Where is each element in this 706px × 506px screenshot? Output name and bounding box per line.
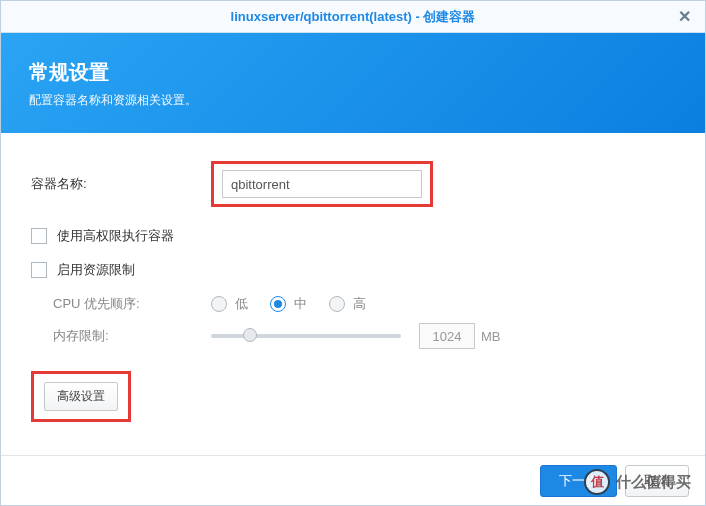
row-container-name: 容器名称:	[31, 161, 675, 207]
container-name-label: 容器名称:	[31, 175, 211, 193]
close-icon[interactable]: ✕	[678, 1, 691, 33]
cpu-label-high: 高	[353, 295, 366, 313]
cancel-button[interactable]: 取消	[625, 465, 689, 497]
resource-limit-label: 启用资源限制	[57, 261, 135, 279]
memory-unit: MB	[481, 329, 501, 344]
row-cpu-priority: CPU 优先顺序: 低 中 高	[53, 295, 675, 313]
cpu-radio-high[interactable]	[329, 296, 345, 312]
cpu-label-mid: 中	[294, 295, 307, 313]
footer: 下一步 取消	[1, 455, 705, 505]
dialog-window: linuxserver/qbittorrent(latest) - 创建容器 ✕…	[0, 0, 706, 506]
cpu-label-low: 低	[235, 295, 248, 313]
container-name-input[interactable]	[222, 170, 422, 198]
row-privileged: 使用高权限执行容器	[31, 227, 675, 245]
advanced-settings-button[interactable]: 高级设置	[44, 382, 118, 411]
titlebar: linuxserver/qbittorrent(latest) - 创建容器 ✕	[1, 1, 705, 33]
slider-thumb-icon[interactable]	[243, 328, 257, 342]
header-title: 常规设置	[29, 59, 677, 86]
next-button[interactable]: 下一步	[540, 465, 617, 497]
memory-input[interactable]	[419, 323, 475, 349]
privileged-checkbox[interactable]	[31, 228, 47, 244]
memory-slider[interactable]	[211, 334, 401, 338]
resource-limit-checkbox[interactable]	[31, 262, 47, 278]
memory-limit-label: 内存限制:	[53, 327, 211, 345]
highlight-container-name	[211, 161, 433, 207]
row-resource-limit: 启用资源限制	[31, 261, 675, 279]
cpu-radio-mid[interactable]	[270, 296, 286, 312]
cpu-radio-group: 低 中 高	[211, 295, 380, 313]
cpu-priority-label: CPU 优先顺序:	[53, 295, 211, 313]
row-memory-limit: 内存限制: MB	[53, 323, 675, 349]
cpu-radio-low[interactable]	[211, 296, 227, 312]
form-content: 容器名称: 使用高权限执行容器 启用资源限制 CPU 优先顺序: 低 中	[1, 133, 705, 422]
header-banner: 常规设置 配置容器名称和资源相关设置。	[1, 33, 705, 133]
highlight-advanced: 高级设置	[31, 371, 131, 422]
header-subtitle: 配置容器名称和资源相关设置。	[29, 92, 677, 109]
privileged-label: 使用高权限执行容器	[57, 227, 174, 245]
window-title: linuxserver/qbittorrent(latest) - 创建容器	[231, 9, 476, 24]
